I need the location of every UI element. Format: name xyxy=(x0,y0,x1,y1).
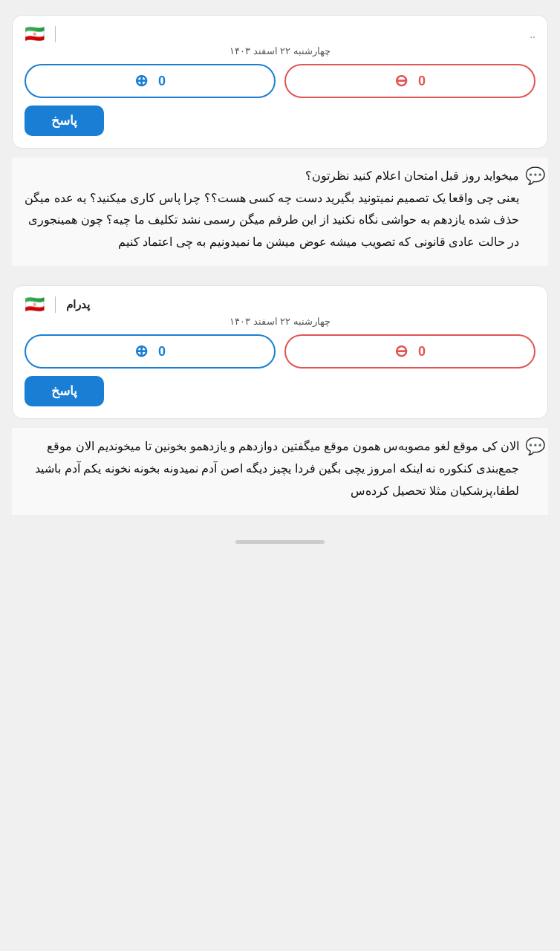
vote-negative-count-2: 0 xyxy=(418,344,426,360)
comment-date-2: چهارشنبه ۲۲ اسفند ۱۴۰۳ xyxy=(25,316,535,327)
vote-negative-btn-1[interactable]: ⊖ 0 xyxy=(284,64,535,98)
bubble-icon-2: 💬 xyxy=(525,437,545,456)
comment-text-block-2: 💬 الان کی موقع لغو مصوبه‌س همون موقع میگ… xyxy=(12,428,548,515)
page-container: .. 🇮🇷 چهارشنبه ۲۲ اسفند ۱۴۰۳ ⊕ 0 ⊖ 0 پاس… xyxy=(0,0,560,951)
header-divider-1 xyxy=(55,26,56,42)
vote-positive-btn-1[interactable]: ⊕ 0 xyxy=(25,64,276,98)
comment-bubble-row-2: 💬 الان کی موقع لغو مصوبه‌س همون موقع میگ… xyxy=(15,435,545,502)
comment-text-1: میخواید روز قبل امتحان اعلام کنید نظرتون… xyxy=(15,165,519,253)
header-divider-2 xyxy=(55,296,56,313)
plus-icon-2: ⊕ xyxy=(134,343,148,360)
comment-card-1: .. 🇮🇷 چهارشنبه ۲۲ اسفند ۱۴۰۳ ⊕ 0 ⊖ 0 پاس… xyxy=(12,15,548,149)
username-dots: .. xyxy=(66,28,535,40)
comment-header-1: .. 🇮🇷 xyxy=(25,26,535,42)
minus-icon-1: ⊖ xyxy=(394,73,408,89)
plus-icon-1: ⊕ xyxy=(134,73,148,89)
vote-row-1: ⊕ 0 ⊖ 0 xyxy=(25,64,535,98)
vote-negative-count-1: 0 xyxy=(418,74,426,89)
bottom-bar xyxy=(235,540,325,544)
section-gap xyxy=(12,273,548,285)
vote-positive-count-2: 0 xyxy=(158,344,166,360)
flag-icon-1: 🇮🇷 xyxy=(25,26,45,42)
vote-negative-btn-2[interactable]: ⊖ 0 xyxy=(284,334,535,369)
reply-button-1[interactable]: پاسخ xyxy=(25,106,104,136)
comment-card-2: پدرام 🇮🇷 چهارشنبه ۲۲ اسفند ۱۴۰۳ ⊕ 0 ⊖ 0 … xyxy=(12,285,548,419)
reply-row-2: پاسخ xyxy=(25,376,535,406)
reply-row-1: پاسخ xyxy=(25,106,535,136)
vote-positive-btn-2[interactable]: ⊕ 0 xyxy=(25,334,276,369)
reply-button-2[interactable]: پاسخ xyxy=(25,376,104,406)
vote-positive-count-1: 0 xyxy=(158,74,166,89)
comment-bubble-row-1: 💬 میخواید روز قبل امتحان اعلام کنید نظرت… xyxy=(15,165,545,253)
bubble-icon-1: 💬 xyxy=(525,166,545,186)
vote-row-2: ⊕ 0 ⊖ 0 xyxy=(25,334,535,369)
comment-header-2: پدرام 🇮🇷 xyxy=(25,296,535,313)
comment-text-block-1: 💬 میخواید روز قبل امتحان اعلام کنید نظرت… xyxy=(12,158,548,266)
comment-date-1: چهارشنبه ۲۲ اسفند ۱۴۰۳ xyxy=(25,45,535,56)
comment-text-2: الان کی موقع لغو مصوبه‌س همون موقع میگفت… xyxy=(15,435,519,502)
username-2: پدرام xyxy=(66,298,90,311)
minus-icon-2: ⊖ xyxy=(394,343,408,360)
flag-icon-2: 🇮🇷 xyxy=(25,296,45,313)
